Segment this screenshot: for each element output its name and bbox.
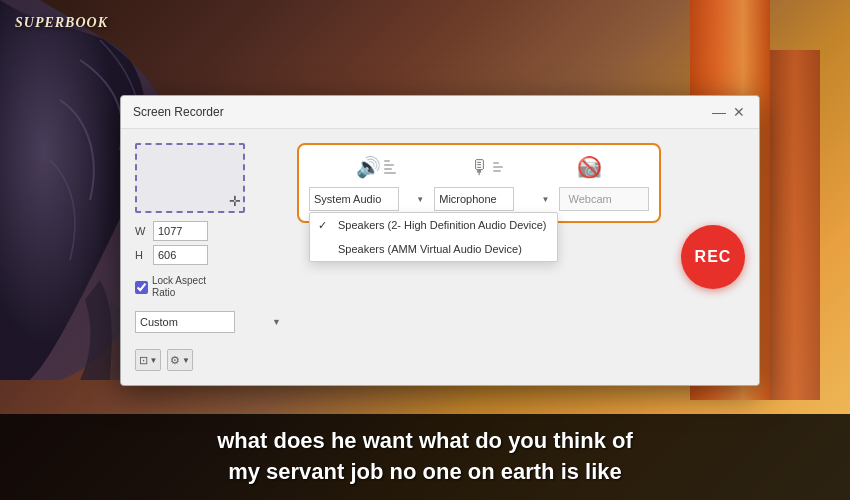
window-body: ✛ W H Lock Aspect Ratio bbox=[121, 129, 759, 385]
lock-ratio-container: Lock Aspect Ratio bbox=[135, 275, 285, 299]
dimensions-row: W H bbox=[135, 221, 285, 265]
settings-button[interactable]: ⚙ ▼ bbox=[167, 349, 193, 371]
bg-pillar-2 bbox=[770, 50, 820, 400]
screenshot-icon: ⊡ bbox=[139, 354, 148, 367]
system-audio-arrow-icon: ▼ bbox=[416, 195, 424, 204]
screenshot-chevron-icon: ▼ bbox=[150, 356, 158, 365]
bar-4 bbox=[384, 172, 396, 174]
recorder-window: Screen Recorder — ✕ ✛ W H bbox=[120, 95, 760, 386]
window-title: Screen Recorder bbox=[133, 105, 224, 119]
audio-panel: 🔊 🎙 bbox=[297, 143, 661, 223]
webcam-label: Webcam bbox=[559, 187, 649, 211]
preset-select-container: Custom ▼ bbox=[135, 311, 285, 333]
width-input[interactable] bbox=[153, 221, 208, 241]
screenshot-button[interactable]: ⊡ ▼ bbox=[135, 349, 161, 371]
microphone-wrapper: Microphone ▼ bbox=[434, 187, 553, 211]
width-field: W bbox=[135, 221, 285, 241]
height-field: H bbox=[135, 245, 285, 265]
height-label: H bbox=[135, 249, 149, 261]
mic-bar-1 bbox=[493, 162, 499, 164]
microphone-icon: 🎙 bbox=[470, 156, 490, 179]
selection-preview: ✛ bbox=[135, 143, 245, 213]
audio-icons-row: 🔊 🎙 bbox=[309, 155, 649, 179]
app-logo: SUPERBOOK bbox=[15, 12, 108, 44]
microphone-select[interactable]: Microphone bbox=[434, 187, 514, 211]
subtitle-bar: what does he want what do you think of m… bbox=[0, 414, 850, 500]
system-audio-dropdown-menu: Speakers (2- High Definition Audio Devic… bbox=[309, 212, 558, 262]
settings-icon: ⚙ bbox=[170, 354, 180, 367]
microphone-arrow-icon: ▼ bbox=[542, 195, 550, 204]
window-titlebar: Screen Recorder — ✕ bbox=[121, 96, 759, 129]
close-button[interactable]: ✕ bbox=[731, 104, 747, 120]
audio-dropdowns-row: System Audio ▼ Speakers (2- High Definit… bbox=[309, 187, 649, 211]
bottom-icon-buttons: ⊡ ▼ ⚙ ▼ bbox=[135, 349, 285, 371]
minimize-button[interactable]: — bbox=[711, 104, 727, 120]
speaker-icon: 🔊 bbox=[356, 155, 381, 179]
bar-1 bbox=[384, 160, 390, 162]
settings-chevron-icon: ▼ bbox=[182, 356, 190, 365]
height-input[interactable] bbox=[153, 245, 208, 265]
microphone-group: 🎙 bbox=[470, 156, 503, 179]
rec-button[interactable]: REC bbox=[681, 225, 745, 289]
lock-ratio-checkbox[interactable] bbox=[135, 281, 148, 294]
dropdown-item-speakers-amm[interactable]: Speakers (AMM Virtual Audio Device) bbox=[310, 237, 557, 261]
width-label: W bbox=[135, 225, 149, 237]
webcam-icon: 📷 🚫 bbox=[577, 155, 602, 179]
webcam-group: 📷 🚫 bbox=[577, 155, 602, 179]
window-controls: — ✕ bbox=[711, 104, 747, 120]
bar-2 bbox=[384, 164, 394, 166]
preset-select[interactable]: Custom bbox=[135, 311, 235, 333]
preset-select-arrow-icon: ▼ bbox=[272, 317, 281, 327]
speaker-group: 🔊 bbox=[356, 155, 396, 179]
system-audio-wrapper: System Audio ▼ Speakers (2- High Definit… bbox=[309, 187, 428, 211]
selection-cursor-icon: ✛ bbox=[227, 191, 243, 211]
mic-bar-2 bbox=[493, 166, 503, 168]
subtitle-text: what does he want what do you think of m… bbox=[60, 426, 790, 488]
left-panel: ✛ W H Lock Aspect Ratio bbox=[135, 143, 285, 371]
lock-ratio-label: Lock Aspect Ratio bbox=[152, 275, 206, 299]
mic-bar-3 bbox=[493, 170, 501, 172]
system-audio-select[interactable]: System Audio bbox=[309, 187, 399, 211]
speaker-bars bbox=[384, 160, 396, 174]
bar-3 bbox=[384, 168, 392, 170]
dropdown-item-speakers-hd[interactable]: Speakers (2- High Definition Audio Devic… bbox=[310, 213, 557, 237]
mic-bars bbox=[493, 162, 503, 172]
